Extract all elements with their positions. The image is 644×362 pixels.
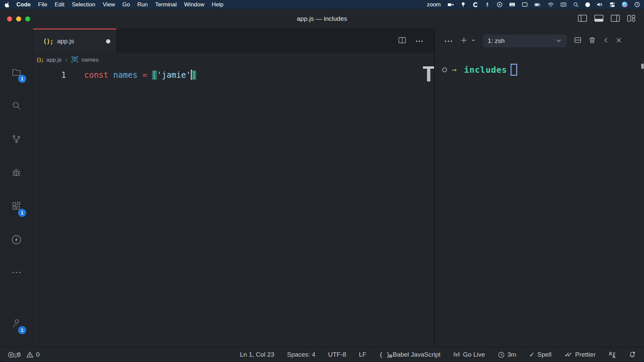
window-title: app.js — includes bbox=[0, 9, 644, 28]
menu-left: Code File Edit Selection View Go Run Ter… bbox=[5, 1, 227, 8]
new-terminal-dropdown-icon[interactable] bbox=[471, 38, 476, 44]
double-check-icon: ✓✓ bbox=[564, 351, 573, 359]
toggle-panel-icon[interactable] bbox=[594, 15, 603, 23]
terminal-more-actions-icon[interactable] bbox=[444, 38, 453, 44]
menu-item-terminal[interactable]: Terminal bbox=[152, 1, 180, 8]
bug-icon bbox=[11, 168, 22, 178]
menu-item-run[interactable]: Run bbox=[133, 1, 151, 8]
activity-bar: 1 1 bbox=[0, 28, 33, 347]
sidebar-item-explorer[interactable]: 1 bbox=[0, 61, 33, 83]
close-panel-icon[interactable] bbox=[616, 37, 622, 45]
encoding-status[interactable]: UTF-8 bbox=[328, 351, 346, 358]
javascript-file-icon: (); bbox=[36, 57, 43, 63]
window-icon[interactable] bbox=[522, 2, 528, 7]
editor-group: (); app.js (); app.js › names bbox=[33, 28, 434, 347]
more-actions-icon[interactable] bbox=[415, 38, 423, 44]
notifications-bell-icon[interactable] bbox=[629, 351, 636, 358]
wifi-icon[interactable] bbox=[548, 2, 554, 7]
toggle-secondary-sidebar-icon[interactable] bbox=[611, 15, 620, 23]
broadcast-icon bbox=[453, 351, 460, 358]
apple-menu-icon[interactable] bbox=[5, 2, 10, 7]
search-icon bbox=[11, 101, 21, 111]
select-chevron-icon bbox=[555, 39, 562, 43]
menu-item-help[interactable]: Help bbox=[208, 1, 227, 8]
timer-status[interactable]: 3m bbox=[498, 351, 516, 358]
settings-item[interactable] bbox=[0, 345, 33, 362]
sidebar-item-thunder-client[interactable] bbox=[0, 229, 33, 250]
menu-item-go[interactable]: Go bbox=[119, 1, 134, 8]
breadcrumb-file[interactable]: app.js bbox=[46, 57, 61, 63]
kill-terminal-icon[interactable] bbox=[589, 37, 596, 45]
customize-layout-icon[interactable] bbox=[627, 15, 635, 23]
battery-icon[interactable] bbox=[534, 2, 541, 7]
play-circle-icon[interactable] bbox=[497, 2, 502, 7]
language-mode-status[interactable]: { } Babel JavaScript bbox=[379, 351, 440, 358]
tab-label: app.js bbox=[57, 38, 74, 45]
terminal-session-select[interactable]: 1: zsh bbox=[483, 35, 567, 47]
lightning-icon bbox=[11, 234, 22, 245]
overview-ruler-cursor-marker bbox=[423, 66, 434, 81]
record-circle-icon[interactable] bbox=[585, 2, 590, 7]
code-line-1: 1 const names = ['jamie'] bbox=[33, 67, 434, 83]
status-bar: 0 0 Ln 1, Col 23 Spaces: 4 UTF-8 LF { } … bbox=[0, 347, 644, 362]
hand-mirror-icon[interactable] bbox=[461, 2, 466, 7]
menu-item-file[interactable]: File bbox=[35, 1, 51, 8]
new-terminal-icon[interactable] bbox=[460, 37, 468, 45]
toggle-primary-sidebar-icon[interactable] bbox=[578, 15, 587, 23]
menu-item-edit[interactable]: Edit bbox=[51, 1, 68, 8]
split-editor-icon[interactable] bbox=[398, 37, 406, 45]
menu-item-code[interactable]: Code bbox=[10, 1, 35, 8]
braces-icon: { } bbox=[379, 351, 390, 358]
warning-count: 0 bbox=[36, 351, 40, 358]
breadcrumb-separator: › bbox=[64, 56, 68, 64]
sidebar-item-extensions[interactable]: 1 bbox=[0, 195, 33, 217]
cleanshot-icon[interactable] bbox=[473, 2, 478, 7]
spotlight-search-icon[interactable] bbox=[573, 2, 579, 7]
symbol-cube-icon bbox=[71, 56, 78, 65]
screen: Code File Edit Selection View Go Run Ter… bbox=[0, 0, 644, 362]
title-bar: app.js — includes bbox=[0, 9, 644, 28]
panel-chevron-left-icon[interactable] bbox=[603, 37, 608, 45]
rocket-icon[interactable] bbox=[485, 2, 490, 7]
menu-item-selection[interactable]: Selection bbox=[68, 1, 99, 8]
clock-menu-icon[interactable] bbox=[634, 2, 640, 7]
prettier-status[interactable]: ✓✓ Prettier bbox=[564, 351, 596, 359]
tab-app-js[interactable]: (); app.js bbox=[33, 28, 116, 53]
split-terminal-icon[interactable] bbox=[574, 37, 581, 45]
go-live-status[interactable]: Go Live bbox=[453, 351, 485, 358]
source-control-icon bbox=[11, 134, 21, 144]
terminal-scrollbar-marker[interactable] bbox=[641, 64, 644, 69]
spell-status[interactable]: ✓ Spell bbox=[529, 351, 551, 359]
clock-icon bbox=[498, 351, 505, 358]
menu-item-view[interactable]: View bbox=[99, 1, 119, 8]
tab-bar: (); app.js bbox=[33, 28, 434, 53]
accounts-item[interactable]: 1 bbox=[0, 313, 33, 334]
sidebar-item-search[interactable] bbox=[0, 95, 33, 116]
eol-status[interactable]: LF bbox=[359, 351, 366, 358]
status-right: Ln 1, Col 23 Spaces: 4 UTF-8 LF { } Babe… bbox=[240, 351, 636, 359]
terminal-block-cursor bbox=[511, 64, 517, 76]
unsaved-changes-dot[interactable] bbox=[106, 39, 110, 44]
siri-icon[interactable] bbox=[622, 2, 628, 7]
control-center-icon[interactable] bbox=[609, 2, 615, 7]
cursor-position-status[interactable]: Ln 1, Col 23 bbox=[240, 351, 274, 358]
terminal-body[interactable]: → includes bbox=[435, 53, 644, 347]
editor-actions bbox=[398, 28, 434, 53]
indentation-status[interactable]: Spaces: 4 bbox=[287, 351, 316, 358]
display-toggle-icon[interactable] bbox=[560, 2, 567, 7]
terminal-header: 1: zsh bbox=[435, 28, 644, 53]
sidebar-item-source-control[interactable] bbox=[0, 128, 33, 150]
keyboard-icon[interactable] bbox=[509, 2, 515, 7]
token-names: names bbox=[113, 70, 143, 80]
breadcrumb-symbol[interactable]: names bbox=[82, 57, 99, 63]
sidebar-item-debug[interactable] bbox=[0, 162, 33, 183]
code-editor[interactable]: 1 const names = ['jamie'] bbox=[33, 67, 434, 347]
volume-icon[interactable] bbox=[597, 2, 603, 7]
tunnel-accounts-icon[interactable] bbox=[608, 351, 616, 358]
zoom-menu-label[interactable]: zoom bbox=[427, 1, 441, 8]
camera-icon[interactable] bbox=[447, 2, 454, 7]
sidebar-item-more[interactable] bbox=[0, 262, 33, 283]
settings-sliders-icon bbox=[11, 350, 22, 360]
menu-item-window[interactable]: Window bbox=[180, 1, 208, 8]
prompt-arrow: → bbox=[452, 65, 457, 74]
